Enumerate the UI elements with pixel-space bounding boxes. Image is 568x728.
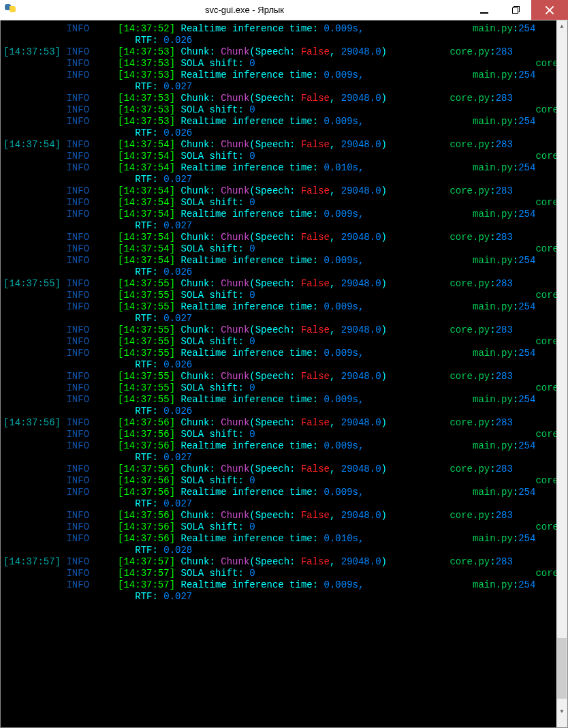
log-line: RTF: 0.026: [3, 35, 554, 46]
log-line: INFO [14:37:53] Realtime inference time:…: [3, 116, 554, 127]
python-icon: [0, 2, 20, 18]
log-line: INFO [14:37:55] SOLA shift: 0 core.py:34…: [3, 382, 554, 394]
log-line: INFO [14:37:56] Realtime inference time:…: [3, 487, 554, 498]
log-line: INFO [14:37:52] Realtime inference time:…: [3, 23, 554, 35]
log-line: RTF: 0.027: [3, 220, 554, 232]
scroll-up-button[interactable]: ▲: [556, 20, 567, 31]
console-area: INFO [14:37:52] Realtime inference time:…: [0, 20, 568, 728]
log-line: INFO [14:37:54] SOLA shift: 0 core.py:34…: [3, 151, 554, 162]
log-line: INFO [14:37:54] Chunk: Chunk(Speech: Fal…: [3, 232, 554, 243]
console-output[interactable]: INFO [14:37:52] Realtime inference time:…: [1, 20, 556, 727]
log-line: [14:37:56] INFO [14:37:56] Chunk: Chunk(…: [3, 417, 554, 429]
log-line: [14:37:55] INFO [14:37:55] Chunk: Chunk(…: [3, 278, 554, 290]
title-bar: svc-gui.exe - Ярлык: [0, 0, 568, 20]
log-line: RTF: 0.026: [3, 127, 554, 139]
log-line: RTF: 0.026: [3, 267, 554, 278]
log-line: INFO [14:37:56] Chunk: Chunk(Speech: Fal…: [3, 464, 554, 475]
log-line: INFO [14:37:56] SOLA shift: 0 core.py:34…: [3, 429, 554, 440]
log-line: INFO [14:37:55] Chunk: Chunk(Speech: Fal…: [3, 324, 554, 336]
log-line: INFO [14:37:55] SOLA shift: 0 core.py:34…: [3, 336, 554, 348]
log-line: RTF: 0.027: [3, 174, 554, 185]
log-line: RTF: 0.026: [3, 359, 554, 371]
log-line: INFO [14:37:54] SOLA shift: 0 core.py:34…: [3, 243, 554, 255]
log-line: INFO [14:37:55] Chunk: Chunk(Speech: Fal…: [3, 371, 554, 382]
log-line: INFO [14:37:55] Realtime inference time:…: [3, 301, 554, 313]
log-line: INFO [14:37:55] SOLA shift: 0 core.py:34…: [3, 290, 554, 301]
log-line: INFO [14:37:57] SOLA shift: 0 core.py:34…: [3, 568, 554, 579]
log-line: INFO [14:37:53] SOLA shift: 0 core.py:34…: [3, 104, 554, 116]
scrollbar-corner: [556, 716, 567, 727]
window-title: svc-gui.exe - Ярлык: [20, 5, 469, 15]
log-line: INFO [14:37:57] Realtime inference time:…: [3, 579, 554, 591]
log-line: [14:37:57] INFO [14:37:57] Chunk: Chunk(…: [3, 556, 554, 568]
log-line: INFO [14:37:55] Realtime inference time:…: [3, 348, 554, 359]
log-line: INFO [14:37:54] Realtime inference time:…: [3, 209, 554, 220]
log-line: INFO [14:37:54] Realtime inference time:…: [3, 162, 554, 174]
log-line: INFO [14:37:56] Chunk: Chunk(Speech: Fal…: [3, 510, 554, 521]
log-line: INFO [14:37:56] Realtime inference time:…: [3, 533, 554, 545]
scrollbar-thumb[interactable]: [557, 638, 567, 699]
log-line: INFO [14:37:54] Realtime inference time:…: [3, 255, 554, 267]
log-line: INFO [14:37:53] Chunk: Chunk(Speech: Fal…: [3, 93, 554, 104]
log-line: RTF: 0.027: [3, 452, 554, 464]
log-line: INFO [14:37:56] Realtime inference time:…: [3, 440, 554, 452]
log-line: INFO [14:37:53] Realtime inference time:…: [3, 70, 554, 81]
log-line: INFO [14:37:55] Realtime inference time:…: [3, 394, 554, 406]
vertical-scrollbar[interactable]: ▲ ▼: [556, 20, 567, 716]
log-line: RTF: 0.027: [3, 591, 554, 603]
log-line: [14:37:54] INFO [14:37:54] Chunk: Chunk(…: [3, 139, 554, 151]
log-line: INFO [14:37:54] Chunk: Chunk(Speech: Fal…: [3, 185, 554, 197]
minimize-button[interactable]: [469, 0, 500, 20]
scroll-down-button[interactable]: ▼: [556, 706, 567, 716]
log-line: INFO [14:37:53] SOLA shift: 0 core.py:34…: [3, 58, 554, 70]
restore-button[interactable]: [500, 0, 531, 20]
log-line: RTF: 0.028: [3, 545, 554, 556]
log-line: INFO [14:37:56] SOLA shift: 0 core.py:34…: [3, 475, 554, 487]
log-line: INFO [14:37:54] SOLA shift: 0 core.py:34…: [3, 197, 554, 209]
log-line: RTF: 0.026: [3, 406, 554, 417]
log-line: RTF: 0.027: [3, 498, 554, 510]
log-line: [14:37:53] INFO [14:37:53] Chunk: Chunk(…: [3, 46, 554, 58]
close-button[interactable]: [531, 0, 568, 20]
log-line: INFO [14:37:56] SOLA shift: 0 core.py:34…: [3, 521, 554, 533]
log-line: RTF: 0.027: [3, 313, 554, 324]
log-line: RTF: 0.027: [3, 81, 554, 93]
scrollbar-track[interactable]: [556, 31, 567, 706]
